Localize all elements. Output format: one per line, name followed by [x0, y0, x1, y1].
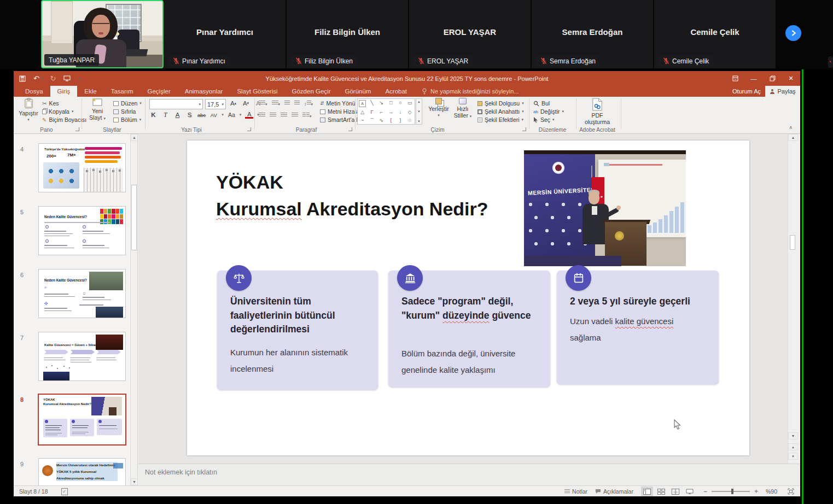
- participant-tile[interactable]: Semra Erdoğan Semra Erdoğan: [532, 0, 653, 68]
- thumbnail-slide-7[interactable]: Kalite Güvencesi = Güven + İtibar: [38, 332, 126, 381]
- scroll-down-icon[interactable]: ▼: [417, 110, 421, 113]
- font-color-button[interactable]: A: [245, 112, 253, 119]
- slide-scrollbar-thumb[interactable]: [790, 235, 795, 250]
- shape-fill-button[interactable]: Şekil Dolgusu▾: [477, 99, 524, 107]
- strikethrough-button[interactable]: abc: [197, 110, 206, 119]
- line-spacing-button[interactable]: ↕▾: [304, 100, 313, 107]
- thumbnail-scrollbar-thumb[interactable]: [131, 185, 137, 250]
- find-button[interactable]: Bul: [533, 99, 550, 107]
- quick-styles-button[interactable]: HızlıStiller ▾: [451, 98, 474, 119]
- thumbnail-slide-6[interactable]: Neden Kalite Güvencesi? ⌕ ✩ ✣: [38, 269, 126, 318]
- font-size-combo[interactable]: 17,5▾: [205, 99, 226, 109]
- reset-button[interactable]: Sıfırla: [113, 108, 136, 115]
- card-institution-level[interactable]: Sadece "program" değil, "kurum" düzeyind…: [388, 271, 550, 387]
- shape-brace-open-icon[interactable]: {: [386, 116, 395, 125]
- shape-rectangle-icon[interactable]: □: [386, 99, 395, 108]
- section-button[interactable]: Bölüm▾: [113, 116, 141, 124]
- participant-tile[interactable]: EROL YAŞAR EROL YAŞAR: [409, 0, 531, 68]
- zoom-slider-handle[interactable]: [731, 489, 733, 494]
- font-name-combo[interactable]: ▾: [149, 99, 203, 109]
- shape-textbox-icon[interactable]: A: [359, 100, 366, 107]
- change-case-button[interactable]: Aa: [228, 110, 236, 119]
- shrink-font-button[interactable]: A▾: [242, 99, 250, 108]
- align-center-button[interactable]: [270, 112, 276, 119]
- increase-indent-button[interactable]: [294, 100, 300, 107]
- font-dialog-launcher[interactable]: [247, 127, 251, 131]
- zoom-slider[interactable]: [712, 491, 750, 492]
- slideshow-view-button[interactable]: [684, 487, 696, 496]
- scroll-up-icon[interactable]: ▲: [417, 100, 421, 103]
- sign-in-button[interactable]: Oturum Aç: [732, 86, 761, 97]
- participant-tile[interactable]: Filiz Bilgin Ülken Filiz Bilgin Ülken: [287, 0, 408, 68]
- tab-tasarim[interactable]: Tasarım: [104, 86, 141, 97]
- thumbnail-slide-9[interactable]: Mersin Üniversitesi olarak Hedefimiz YÖK…: [38, 458, 126, 485]
- share-button[interactable]: Paylaş: [765, 86, 800, 97]
- previous-slide-button[interactable]: ▲: [788, 443, 798, 450]
- scroll-down-icon[interactable]: ▼: [131, 478, 138, 485]
- arrange-button[interactable]: Yerleştir ▾: [427, 98, 451, 118]
- tab-animasyonlar[interactable]: Animasyonlar: [178, 86, 230, 97]
- scroll-up-icon[interactable]: ▲: [131, 134, 138, 141]
- zoom-level[interactable]: %90: [766, 488, 777, 495]
- shape-rounded-rect-icon[interactable]: ▭: [405, 99, 415, 108]
- bold-button[interactable]: K: [149, 110, 158, 119]
- collapse-ribbon-button[interactable]: ∧: [789, 125, 793, 130]
- zoom-out-button[interactable]: −: [703, 488, 707, 495]
- text-shadow-button[interactable]: S: [185, 110, 194, 119]
- thumbnail-slide-5[interactable]: Neden Kalite Güvencesi?: [38, 206, 126, 255]
- format-painter-button[interactable]: ✎Biçim Boyacısı: [42, 116, 86, 124]
- tell-me-box[interactable]: Ne yapmak istediğinizi söyleyin...: [422, 86, 519, 97]
- thumbnail-slide-8-selected[interactable]: YÖKAK Kurumsal Akreditasyon Nedir?: [38, 394, 126, 446]
- shape-outline-button[interactable]: Şekil Anahattı▾: [477, 108, 524, 115]
- thumbnail-slide-4[interactable]: Türkiye'de Yükseköğretim 200+ 7M+: [38, 143, 126, 192]
- shape-triangle-icon[interactable]: △: [358, 108, 367, 116]
- replace-button[interactable]: abDeğiştir▾: [533, 108, 564, 115]
- notes-pane[interactable]: Not eklemek için tıklatın: [138, 464, 800, 485]
- shapes-gallery-scroll[interactable]: ▲▼▼: [416, 98, 422, 125]
- shape-arrow-line-icon[interactable]: ↘: [377, 99, 386, 108]
- redo-button[interactable]: ↻: [50, 75, 56, 82]
- shape-ellipse-icon[interactable]: ○: [395, 99, 405, 108]
- shape-star-icon[interactable]: ☆: [405, 116, 415, 125]
- ribbon-display-options-button[interactable]: [726, 71, 744, 86]
- slide-photo[interactable]: MERSİN ÜNİVERSİTESİ: [524, 150, 686, 266]
- shape-arrow-right-icon[interactable]: →: [386, 108, 395, 116]
- participant-tile[interactable]: Pınar Yardımcı Pınar Yardımcı: [164, 0, 286, 68]
- reading-view-button[interactable]: [669, 487, 681, 496]
- next-participants-button[interactable]: [785, 25, 801, 41]
- save-button[interactable]: [19, 75, 26, 82]
- numbering-button[interactable]: ▾: [272, 100, 281, 107]
- tab-gecisler[interactable]: Geçişler: [141, 86, 178, 97]
- comments-toggle[interactable]: Açıklamalar: [595, 488, 633, 495]
- text-direction-button[interactable]: ⇵Metin Yönü▾: [320, 99, 359, 107]
- gallery-more-icon[interactable]: ▼: [417, 120, 421, 123]
- thumbnail-scrollbar[interactable]: ▲ ▼: [130, 134, 137, 485]
- shapes-gallery[interactable]: A ╲ ↘ □ ○ ▭ △ Γ ⌐ → ↓ ◇ ~ ⌒ ∿ { } ☆: [357, 98, 415, 125]
- tab-gozden-gecir[interactable]: Gözden Geçir: [285, 86, 338, 97]
- underline-button[interactable]: A: [173, 110, 182, 119]
- participant-video-tile[interactable]: Tuğba YANPAR: [41, 0, 164, 68]
- new-slide-button[interactable]: YeniSlayt ▾: [85, 98, 110, 121]
- grow-font-button[interactable]: A▴: [229, 99, 237, 108]
- shape-arrow-down-icon[interactable]: ↓: [395, 108, 405, 116]
- slide-scrollbar[interactable]: ▲ ▼ ▲ ▼: [788, 134, 797, 464]
- shape-scribble-icon[interactable]: ~: [358, 116, 367, 125]
- paragraph-dialog-launcher[interactable]: [348, 127, 352, 131]
- card-validity-period[interactable]: 2 veya 5 yıl süreyle geçerli Uzun vadeli…: [557, 271, 719, 384]
- cut-button[interactable]: ✂Kes: [42, 99, 59, 107]
- customize-qat-button[interactable]: ▾: [78, 77, 80, 80]
- fit-to-window-button[interactable]: [785, 487, 797, 496]
- notes-toggle[interactable]: Notlar: [564, 488, 587, 495]
- shape-arc-icon[interactable]: ⌒: [367, 116, 376, 125]
- scroll-up-icon[interactable]: ▲: [788, 134, 798, 141]
- select-button[interactable]: Seç▾: [533, 116, 555, 124]
- tab-gorunum[interactable]: Görünüm: [337, 86, 378, 97]
- slide-title[interactable]: YÖKAK Kurumsal Akreditasyon Nedir?: [216, 169, 488, 222]
- tab-giris[interactable]: Giriş: [50, 86, 78, 97]
- shape-brace-close-icon[interactable]: }: [395, 116, 405, 125]
- shape-effects-button[interactable]: Şekil Efektleri▾: [477, 116, 523, 124]
- tab-acrobat[interactable]: Acrobat: [378, 86, 414, 97]
- bullets-button[interactable]: ▾: [259, 100, 267, 107]
- tab-slayt-gosterisi[interactable]: Slayt Gösterisi: [230, 86, 284, 97]
- character-spacing-button[interactable]: AV: [209, 110, 218, 119]
